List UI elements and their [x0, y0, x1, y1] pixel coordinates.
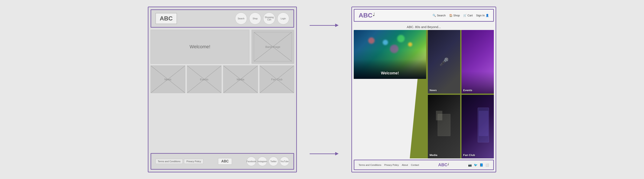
wf-nav-buttons: Search Shop Shopping Cart Login	[235, 12, 289, 24]
ds-tile-news[interactable]: News	[428, 30, 460, 94]
wf-btn-login[interactable]: Login	[277, 12, 289, 24]
wf-logo: ABC	[156, 13, 177, 24]
ds-main-area: Welcome! News Events	[354, 30, 494, 158]
arrow-head-bottom	[335, 152, 338, 155]
wf-twitter-btn[interactable]: Twitter	[269, 157, 278, 166]
wf-terms-link[interactable]: Terms and Conditions	[156, 159, 183, 164]
light-red	[368, 37, 374, 44]
arrows-container	[310, 6, 338, 173]
wf-body: Welcome! Band Image News Events Media Fa…	[148, 30, 296, 153]
wf-thumb-fanclub[interactable]: Fan Club	[260, 65, 294, 93]
ds-welcome-text: Welcome!	[381, 71, 399, 75]
extra-footer-icon[interactable]: ⬜	[485, 163, 489, 167]
wireframe-panel: ABC Search Shop Shopping Cart Login Welc…	[148, 6, 297, 173]
wf-youtube-btn[interactable]: YouTube	[280, 157, 289, 166]
designed-panel: ABC♩ 🔍 Search 🏠 Shop 🛒 Cart Sign In 👤 AB…	[352, 6, 496, 173]
wf-thumb-news[interactable]: News	[150, 65, 185, 93]
facebook-footer-icon[interactable]: 📘	[480, 163, 483, 167]
wf-header: ABC Search Shop Shopping Cart Login	[150, 9, 294, 28]
wf-facebook-btn[interactable]: Facebook	[246, 157, 256, 166]
ds-tile-media[interactable]: Media	[428, 95, 460, 158]
wf-footer-logo: ABC	[218, 158, 232, 165]
ds-body: ABC. 80s and Beyond... Welcome!	[352, 23, 496, 158]
ds-concert-bg: Welcome!	[354, 30, 426, 79]
ds-tile-events-label: Events	[463, 89, 472, 92]
search-icon: 🔍	[432, 14, 436, 17]
wf-btn-shopping-cart[interactable]: Shopping Cart	[263, 12, 275, 24]
wf-band-image: Band Image	[252, 30, 294, 64]
wf-btn-search[interactable]: Search	[235, 12, 247, 24]
wf-instagram-btn[interactable]: Instagram	[258, 157, 267, 166]
ds-subtitle: ABC. 80s and Beyond...	[354, 23, 494, 30]
signin-icon: 👤	[486, 14, 489, 17]
wf-social-buttons: Facebook Instagram Twitter YouTube	[246, 157, 289, 166]
crowd-silhouette	[354, 59, 426, 79]
light-yellow	[408, 42, 412, 46]
wf-privacy-link[interactable]: Privacy Policy	[184, 159, 203, 164]
light-green	[397, 35, 405, 42]
arrow-line-bottom	[310, 154, 335, 154]
cart-icon: 🛒	[463, 14, 466, 17]
ds-footer-links: Terms and Conditions Privacy Policy Abou…	[359, 164, 419, 166]
light-panel	[436, 111, 442, 120]
light-blue	[383, 40, 388, 45]
light-pink	[390, 45, 398, 53]
shop-icon: 🏠	[449, 14, 452, 17]
arrow-line-top	[310, 25, 335, 26]
ds-tile-fanclub-label: Fan Club	[463, 154, 475, 157]
ds-nav-signin[interactable]: Sign In 👤	[476, 14, 489, 17]
phone-screen	[479, 111, 488, 136]
wf-btn-shop[interactable]: Shop	[249, 12, 261, 24]
bottom-arrow	[310, 152, 338, 155]
ds-terms-link[interactable]: Terms and Conditions	[359, 164, 381, 166]
wf-footer: Terms and Conditions Privacy Policy ABC …	[150, 153, 294, 170]
ds-nav-shop[interactable]: 🏠 Shop	[449, 14, 460, 17]
ds-welcome-image: Welcome!	[354, 30, 426, 79]
ds-footer-logo: ABC♩	[438, 163, 449, 167]
arrow-head-top	[335, 24, 338, 27]
ds-footer-social: 📷 🐦 📘 ⬜	[468, 163, 489, 167]
ds-header: ABC♩ 🔍 Search 🏠 Shop 🛒 Cart Sign In 👤	[354, 9, 494, 22]
wf-footer-links: Terms and Conditions Privacy Policy	[156, 159, 204, 164]
twitter-footer-icon[interactable]: 🐦	[474, 163, 478, 167]
ds-tile-grid: News Events Media	[428, 30, 494, 158]
ds-footer: Terms and Conditions Privacy Policy Abou…	[354, 160, 494, 170]
ds-logo: ABC♩	[359, 12, 375, 19]
ds-tile-events[interactable]: Events	[462, 30, 494, 94]
ds-tile-fanclub[interactable]: Fan Club	[462, 95, 494, 158]
ds-tile-news-label: News	[430, 89, 437, 92]
wf-welcome-text: Welcome!	[150, 30, 250, 64]
ds-about-link[interactable]: About	[402, 164, 408, 166]
ds-nav-search[interactable]: 🔍 Search	[432, 14, 446, 17]
ds-nav-right: 🔍 Search 🏠 Shop 🛒 Cart Sign In 👤	[432, 14, 489, 17]
ds-nav-cart[interactable]: 🛒 Cart	[463, 14, 473, 17]
wf-thumb-media[interactable]: Media	[223, 65, 258, 93]
instagram-footer-icon[interactable]: 📷	[468, 163, 472, 167]
top-arrow	[310, 24, 338, 27]
ds-tile-media-label: Media	[430, 154, 438, 157]
ds-contact-link[interactable]: Contact	[411, 164, 419, 166]
wf-thumb-events[interactable]: Events	[187, 65, 222, 93]
wf-thumbnail-row: News Events Media Fan Club	[150, 65, 294, 93]
wf-hero-row: Welcome! Band Image	[150, 30, 294, 64]
ds-privacy-link[interactable]: Privacy Policy	[384, 164, 399, 166]
